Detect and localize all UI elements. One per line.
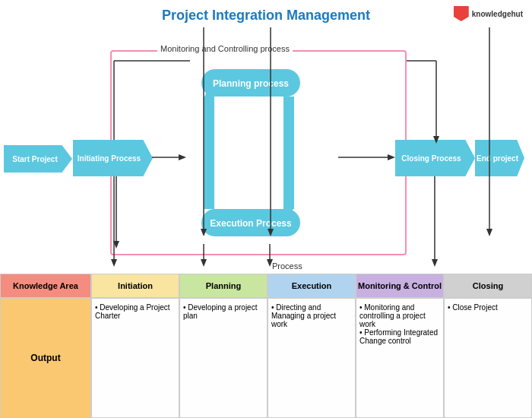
start-project-arrow: Start Project	[4, 145, 72, 173]
h-arrow-1	[152, 153, 190, 162]
svg-marker-22	[111, 259, 117, 267]
planning-header: Planning	[179, 274, 268, 298]
svg-marker-15	[268, 229, 274, 236]
logo: knowledgehut	[454, 6, 523, 21]
bottom-table: Knowledge Area Initiation Planning Execu…	[0, 274, 532, 418]
diagram-area: Monitoring and Controlling process Start…	[0, 27, 532, 316]
logo-icon	[454, 6, 469, 21]
initiation-output: • Developing a Project Charter	[91, 298, 179, 418]
svg-marker-11	[113, 241, 119, 249]
svg-marker-17	[486, 229, 492, 236]
header: Project Integration Management knowledge…	[0, 0, 532, 27]
closing-header: Closing	[444, 274, 532, 298]
initiation-header: Initiation	[91, 274, 179, 298]
svg-marker-24	[201, 259, 207, 267]
page-title: Project Integration Management	[0, 8, 532, 24]
svg-marker-9	[388, 154, 395, 160]
svg-text:Planning process: Planning process	[213, 78, 289, 89]
v-arrow-planning	[199, 27, 208, 240]
v-arrow-initiation	[112, 176, 121, 252]
initiating-process-arrow: Initiating Process	[73, 140, 153, 176]
output-label-cell: Output	[0, 298, 91, 418]
end-project-arrow: End project	[475, 140, 524, 176]
monitoring-header: Monitoring & Control	[356, 274, 444, 298]
cycle-diagram: Planning process Execution Process	[167, 62, 334, 244]
output-row: Output • Developing a Project Charter • …	[0, 298, 532, 418]
v-arrow-execution	[266, 27, 275, 240]
execution-output: • Directing and Managing a project work	[268, 298, 356, 418]
planning-output: • Developing a project plan	[179, 298, 268, 418]
knowledge-area-cell: Knowledge Area	[0, 274, 91, 298]
logo-text: knowledgehut	[472, 10, 523, 18]
process-header-row: Knowledge Area Initiation Planning Execu…	[0, 274, 532, 298]
monitoring-output: • Monitoring and controlling a project w…	[356, 298, 444, 418]
svg-marker-13	[201, 229, 207, 236]
process-label: Process	[272, 261, 302, 271]
h-arrow-2	[338, 153, 399, 162]
closing-output: • Close Project	[444, 298, 532, 418]
svg-marker-28	[432, 259, 438, 267]
svg-marker-7	[179, 154, 186, 160]
execution-header: Execution	[268, 274, 356, 298]
v-arrow-closing	[485, 27, 494, 240]
closing-process-arrow: Closing Process	[395, 140, 475, 176]
svg-text:Execution Process: Execution Process	[210, 218, 292, 229]
